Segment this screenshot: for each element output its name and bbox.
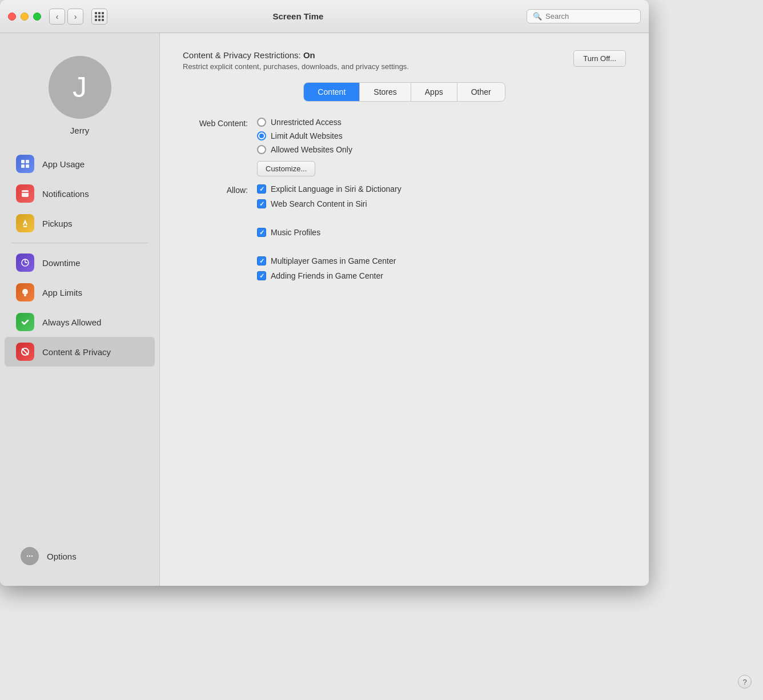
- svg-rect-0: [21, 160, 25, 163]
- sidebar-item-options[interactable]: ··· Options: [9, 541, 150, 571]
- maximize-button[interactable]: [33, 13, 41, 21]
- gap2: [257, 243, 401, 251]
- allow-label: Allow:: [183, 184, 257, 195]
- tabs-container: Content Stores Apps Other: [183, 82, 626, 102]
- sidebar-divider: [11, 243, 148, 243]
- sidebar-item-label: Always Allowed: [42, 317, 101, 327]
- svg-rect-4: [22, 190, 29, 197]
- tabs: Content Stores Apps Other: [303, 82, 505, 102]
- search-icon: 🔍: [533, 12, 542, 21]
- options-icon: ···: [21, 547, 39, 565]
- sidebar-item-always-allowed[interactable]: Always Allowed: [5, 307, 155, 337]
- gap1: [257, 214, 401, 222]
- forward-button[interactable]: ›: [67, 9, 83, 25]
- notifications-icon: [16, 184, 34, 203]
- content-header: Content & Privacy Restrictions: On Restr…: [183, 50, 626, 71]
- checkbox-web-search-box: [257, 199, 266, 208]
- downtime-icon: [16, 254, 34, 272]
- content-privacy-icon: [16, 343, 34, 361]
- sidebar-item-app-limits[interactable]: App Limits: [5, 277, 155, 307]
- web-content-controls: Unrestricted Access Limit Adult Websites…: [257, 118, 352, 176]
- checkbox-multiplayer-box: [257, 256, 266, 265]
- restrictions-title: Content & Privacy Restrictions: On: [183, 50, 409, 60]
- restrictions-label: Content & Privacy Restrictions:: [183, 50, 301, 60]
- main-container: J Jerry App Usage: [0, 33, 649, 586]
- radio-allowed-only-circle: [257, 145, 266, 154]
- svg-point-7: [22, 289, 28, 295]
- radio-limit-adult-label: Limit Adult Websites: [271, 131, 343, 140]
- tab-content[interactable]: Content: [304, 83, 360, 101]
- search-input[interactable]: [545, 12, 635, 21]
- pickups-icon: [16, 214, 34, 232]
- checkbox-explicit-language-label: Explicit Language in Siri & Dictionary: [271, 184, 401, 194]
- checkbox-explicit-language-box: [257, 184, 266, 194]
- sidebar-item-label: Options: [47, 552, 77, 561]
- checkbox-multiplayer-label: Multiplayer Games in Game Center: [271, 256, 396, 265]
- svg-rect-2: [21, 164, 25, 168]
- sidebar-item-label: Content & Privacy: [42, 347, 111, 357]
- radio-unrestricted-label: Unrestricted Access: [271, 118, 342, 127]
- checkbox-adding-friends[interactable]: Adding Friends in Game Center: [257, 271, 401, 280]
- sidebar-items: App Usage Notifications: [0, 149, 159, 536]
- web-content-row: Web Content: Unrestricted Access Limit A…: [183, 118, 626, 176]
- radio-unrestricted[interactable]: Unrestricted Access: [257, 118, 352, 127]
- app-usage-icon: [16, 155, 34, 173]
- checkbox-music-profiles-box: [257, 228, 266, 237]
- close-button[interactable]: [8, 13, 16, 21]
- titlebar: ‹ › Screen Time 🔍: [0, 0, 649, 33]
- checkbox-adding-friends-label: Adding Friends in Game Center: [271, 271, 383, 280]
- header-text: Content & Privacy Restrictions: On Restr…: [183, 50, 409, 71]
- minimize-button[interactable]: [21, 13, 29, 21]
- nav-buttons: ‹ ›: [49, 9, 83, 25]
- checkbox-web-search[interactable]: Web Search Content in Siri: [257, 199, 401, 208]
- svg-rect-1: [26, 160, 29, 163]
- radio-unrestricted-circle: [257, 118, 266, 127]
- checkbox-music-profiles-label: Music Profiles: [271, 228, 320, 237]
- form-section: Web Content: Unrestricted Access Limit A…: [183, 118, 626, 288]
- sidebar-item-app-usage[interactable]: App Usage: [5, 149, 155, 179]
- tab-stores[interactable]: Stores: [360, 83, 411, 101]
- checkbox-music-profiles[interactable]: Music Profiles: [257, 228, 401, 237]
- app-limits-icon: [16, 283, 34, 301]
- sidebar-bottom: ··· Options: [0, 536, 159, 577]
- restrictions-subtitle: Restrict explicit content, purchases, do…: [183, 62, 409, 71]
- avatar-section: J Jerry: [0, 45, 159, 149]
- checkbox-explicit-language[interactable]: Explicit Language in Siri & Dictionary: [257, 184, 401, 194]
- sidebar-item-pickups[interactable]: Pickups: [5, 208, 155, 238]
- window-title: Screen Time: [115, 11, 481, 21]
- content-area: Content & Privacy Restrictions: On Restr…: [160, 33, 649, 586]
- sidebar-item-content-privacy[interactable]: Content & Privacy: [5, 337, 155, 367]
- customize-button[interactable]: Customize...: [257, 161, 315, 176]
- radio-allowed-only-label: Allowed Websites Only: [271, 145, 352, 154]
- sidebar-item-downtime[interactable]: Downtime: [5, 248, 155, 277]
- radio-allowed-only[interactable]: Allowed Websites Only: [257, 145, 352, 154]
- checkbox-web-search-label: Web Search Content in Siri: [271, 199, 367, 208]
- web-content-label: Web Content:: [183, 118, 257, 128]
- back-button[interactable]: ‹: [49, 9, 65, 25]
- sidebar-item-label: Downtime: [42, 258, 81, 268]
- sidebar-item-notifications[interactable]: Notifications: [5, 179, 155, 208]
- options-dots: ···: [26, 552, 33, 561]
- tab-other[interactable]: Other: [457, 83, 505, 101]
- sidebar-item-label: App Usage: [42, 159, 85, 169]
- checkbox-adding-friends-box: [257, 271, 266, 280]
- search-bar[interactable]: 🔍: [527, 9, 641, 23]
- sidebar: J Jerry App Usage: [0, 33, 160, 586]
- always-allowed-icon: [16, 313, 34, 331]
- sidebar-item-label: Pickups: [42, 219, 73, 228]
- traffic-lights: [8, 13, 41, 21]
- sidebar-item-label: App Limits: [42, 288, 82, 297]
- user-name: Jerry: [70, 126, 89, 135]
- radio-limit-adult-circle: [257, 131, 266, 140]
- sidebar-item-label: Notifications: [42, 189, 89, 199]
- grid-icon: [95, 12, 104, 21]
- turn-off-button[interactable]: Turn Off...: [573, 50, 626, 67]
- allow-row: Allow: Explicit Language in Siri & Dicti…: [183, 184, 626, 280]
- grid-button[interactable]: [91, 9, 107, 25]
- svg-rect-3: [26, 164, 29, 168]
- radio-limit-adult[interactable]: Limit Adult Websites: [257, 131, 352, 140]
- avatar: J: [49, 56, 111, 119]
- tab-apps[interactable]: Apps: [411, 83, 457, 101]
- restrictions-status: On: [301, 50, 315, 60]
- checkbox-multiplayer[interactable]: Multiplayer Games in Game Center: [257, 256, 401, 265]
